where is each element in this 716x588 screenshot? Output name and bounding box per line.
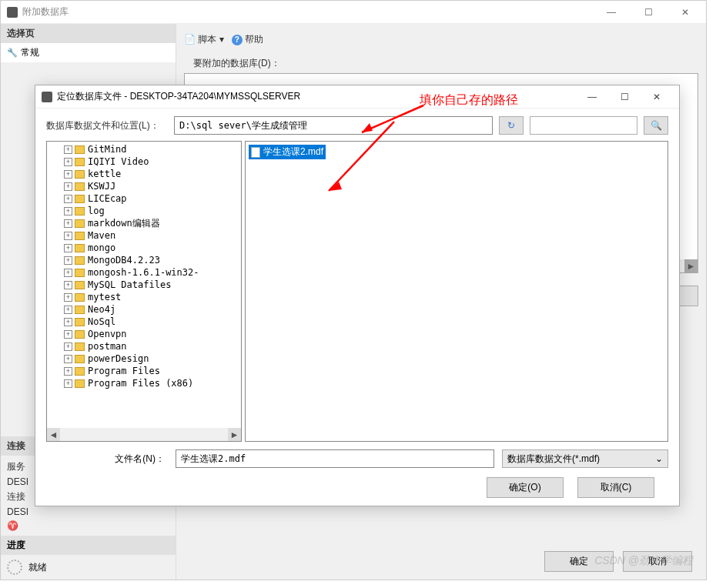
expand-icon[interactable]: + — [64, 170, 72, 179]
sidebar-item-label: 常规 — [21, 46, 39, 59]
tree-item[interactable]: +Neo4j — [49, 303, 239, 316]
expand-icon[interactable]: + — [64, 269, 72, 277]
expand-icon[interactable]: + — [64, 244, 72, 252]
tree-item[interactable]: +Program Files (x86) — [49, 377, 239, 389]
tree-item[interactable]: +log — [49, 205, 239, 217]
tree-item[interactable]: +markdown编辑器 — [49, 217, 239, 229]
tree-item-label: Program Files — [88, 366, 160, 376]
expand-icon[interactable]: + — [64, 207, 72, 215]
minimize-button[interactable]: — — [600, 7, 623, 18]
chevron-down-icon: ⌄ — [655, 453, 663, 464]
tree-item[interactable]: +Program Files — [49, 365, 239, 377]
expand-icon[interactable]: + — [64, 219, 72, 228]
search-button[interactable]: 🔍 — [644, 116, 668, 135]
expand-icon[interactable]: + — [64, 145, 72, 154]
folder-icon — [75, 158, 85, 166]
view-connection-link[interactable]: ♈ — [1, 519, 176, 533]
search-icon: 🔍 — [651, 120, 662, 131]
tree-item-label: GitMind — [88, 144, 127, 155]
tree-item-label: Maven — [88, 230, 115, 241]
watermark: CSDN @劲夫学编程 — [594, 554, 693, 568]
sidebar-item-general[interactable]: 🔧 常规 — [1, 43, 176, 62]
filename-input[interactable] — [176, 449, 494, 468]
tree-item-label: IQIYI Video — [88, 156, 149, 167]
tree-horizontal-scrollbar[interactable]: ◄ ► — [47, 428, 241, 441]
refresh-icon: ↻ — [507, 120, 515, 131]
dialog-close-button[interactable]: ✕ — [641, 86, 673, 108]
tree-item[interactable]: +MySQL Datafiles — [49, 279, 239, 291]
filename-label: 文件名(N)： — [46, 453, 168, 466]
expand-icon[interactable]: + — [64, 367, 72, 376]
scroll-right-button[interactable]: ► — [228, 428, 241, 441]
expand-icon[interactable]: + — [64, 355, 72, 363]
scroll-left-button[interactable]: ◄ — [47, 428, 60, 441]
dialog-cancel-button[interactable]: 取消(C) — [577, 477, 654, 498]
folder-icon — [75, 342, 85, 351]
tree-item[interactable]: +MongoDB4.2.23 — [49, 254, 239, 266]
tree-item[interactable]: +LICEcap — [49, 192, 239, 205]
expand-icon[interactable]: + — [64, 293, 72, 302]
folder-icon — [75, 379, 85, 388]
parent-titlebar[interactable]: 附加数据库 — ☐ ✕ — [1, 1, 706, 24]
filetype-dropdown[interactable]: 数据库数据文件(*.mdf) ⌄ — [502, 449, 668, 468]
help-icon: ? — [232, 35, 243, 45]
dialog-maximize-button[interactable]: ☐ — [608, 86, 641, 108]
expand-icon[interactable]: + — [64, 232, 72, 240]
location-input[interactable] — [174, 116, 493, 135]
expand-icon[interactable]: + — [64, 342, 72, 351]
refresh-button[interactable]: ↻ — [499, 116, 524, 135]
close-button[interactable]: ✕ — [674, 7, 697, 18]
folder-icon — [75, 195, 85, 203]
folder-icon — [75, 269, 85, 277]
folder-icon — [75, 281, 85, 289]
folder-icon — [75, 207, 85, 215]
tree-item[interactable]: +Maven — [49, 229, 239, 242]
locate-db-files-dialog: 定位数据库文件 - DESKTOP-34TA204\MYMSSQLSERVER … — [35, 85, 680, 506]
tree-item-label: MySQL Datafiles — [88, 279, 171, 290]
dialog-titlebar[interactable]: 定位数据库文件 - DESKTOP-34TA204\MYMSSQLSERVER … — [35, 85, 679, 109]
tree-item-label: Neo4j — [88, 304, 115, 315]
expand-icon[interactable]: + — [64, 318, 72, 326]
select-page-header: 选择页 — [1, 24, 176, 43]
expand-icon[interactable]: + — [64, 182, 72, 191]
tree-item-label: markdown编辑器 — [88, 217, 160, 230]
dialog-ok-button[interactable]: 确定(O) — [487, 477, 564, 498]
folder-icon — [75, 330, 85, 339]
dialog-minimize-button[interactable]: — — [576, 86, 608, 108]
folder-icon — [75, 318, 85, 326]
filter-input[interactable] — [530, 116, 637, 135]
tree-item[interactable]: +GitMind — [49, 143, 239, 155]
expand-icon[interactable]: + — [64, 330, 72, 339]
folder-tree[interactable]: +GitMind+IQIYI Video+kettle+KSWJJ+LICEca… — [46, 141, 242, 442]
file-list-pane[interactable]: 学生选课2.mdf — [245, 141, 668, 442]
tree-item[interactable]: +postman — [49, 340, 239, 352]
wrench-icon: 🔧 — [7, 48, 18, 58]
folder-icon — [75, 182, 85, 191]
folder-icon — [75, 170, 85, 179]
tree-item[interactable]: +IQIYI Video — [49, 155, 239, 168]
expand-icon[interactable]: + — [64, 256, 72, 265]
tree-item-label: mongo — [88, 242, 115, 253]
scroll-right-button[interactable]: ► — [684, 259, 698, 272]
expand-icon[interactable]: + — [64, 195, 72, 203]
tree-item[interactable]: +NoSql — [49, 316, 239, 328]
expand-icon[interactable]: + — [64, 158, 72, 166]
folder-icon — [75, 244, 85, 252]
tree-item-label: LICEcap — [88, 193, 127, 204]
tree-item[interactable]: +mytest — [49, 291, 239, 303]
tree-item[interactable]: +mongosh-1.6.1-win32- — [49, 266, 239, 279]
tree-item[interactable]: +Openvpn — [49, 328, 239, 340]
maximize-button[interactable]: ☐ — [637, 7, 660, 18]
expand-icon[interactable]: + — [64, 379, 72, 388]
tree-item[interactable]: +KSWJJ — [49, 180, 239, 192]
file-item-selected[interactable]: 学生选课2.mdf — [249, 145, 326, 159]
help-link[interactable]: ? 帮助 — [232, 33, 263, 46]
tree-item[interactable]: +mongo — [49, 242, 239, 254]
script-dropdown[interactable]: 📄 脚本 ▾ — [184, 33, 224, 46]
folder-icon — [75, 256, 85, 265]
expand-icon[interactable]: + — [64, 306, 72, 314]
database-icon — [7, 7, 18, 18]
tree-item[interactable]: +kettle — [49, 168, 239, 180]
expand-icon[interactable]: + — [64, 281, 72, 289]
tree-item[interactable]: +powerDesign — [49, 352, 239, 365]
